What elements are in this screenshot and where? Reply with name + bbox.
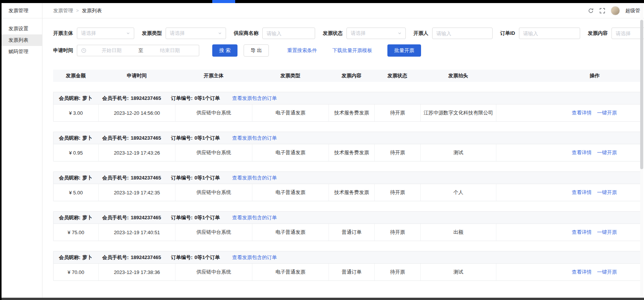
scrollbar-thumb[interactable] (640, 20, 643, 169)
cell-amount: ¥ 5.00 (54, 184, 99, 201)
cell-amount: ¥ 0.95 (54, 144, 99, 161)
filter-bar-row2: 申请时间 开始日期 至 结束日期 搜 索 导 出 重置搜索条件 下载 (53, 44, 644, 57)
filter-apply-time: 申请时间 开始日期 至 结束日期 (53, 45, 199, 56)
cell-type: 电子普通发票 (252, 224, 329, 241)
sidebar-menu-invoice-management[interactable]: 发票管理 (2, 3, 42, 18)
invoice-group: 会员昵称:萝卜 会员手机号:18924237465 订单编号:0等1个订单 查看… (53, 251, 642, 281)
view-detail-link[interactable]: 查看详情 (572, 229, 592, 236)
download-batch-template-link[interactable]: 下载批量开票模板 (332, 47, 372, 54)
chevron-down-icon (218, 31, 222, 36)
refresh-icon[interactable] (588, 8, 594, 14)
cell-status: 待开票 (375, 144, 421, 161)
view-detail-link[interactable]: 查看详情 (572, 109, 592, 116)
one-click-issue-link[interactable]: 一键开票 (597, 269, 617, 276)
window-top-strip (0, 0, 644, 3)
view-detail-link[interactable]: 查看详情 (572, 149, 592, 156)
column-header-actions: 操作 (496, 72, 642, 79)
view-detail-link[interactable]: 查看详情 (572, 189, 592, 196)
one-click-issue-link[interactable]: 一键开票 (597, 229, 617, 236)
breadcrumb-root[interactable]: 发票管理 (53, 7, 73, 14)
main-panel: 发票管理 > 发票列表 超级管 (42, 3, 644, 298)
chevron-down-icon (398, 31, 402, 36)
one-click-issue-link[interactable]: 一键开票 (597, 189, 617, 196)
cell-actions: 查看详情 一键开票 (496, 104, 641, 121)
select-placeholder: 请选择 (81, 30, 96, 37)
cell-content: 技术服务费发票 (329, 104, 375, 121)
member-phone: 会员手机号:18924237465 (102, 254, 161, 261)
column-header-amount: 发票金额 (53, 72, 98, 79)
filter-invoice-content: 发票内容 (588, 28, 644, 39)
window-bottom-strip (0, 298, 644, 300)
member-nickname: 会员昵称:萝卜 (59, 214, 92, 221)
filter-label: 供应商名称 (234, 30, 259, 37)
view-included-orders-link[interactable]: 查看发票包含的订单 (232, 214, 277, 221)
invoice-subject-select[interactable]: 请选择 (77, 28, 134, 39)
chevron-down-icon (126, 31, 130, 36)
filter-supplier-name: 供应商名称 (234, 28, 315, 39)
fullscreen-icon[interactable] (599, 8, 605, 14)
cell-title: 个人 (421, 184, 496, 201)
column-header-status: 发票状态 (374, 72, 420, 79)
topbar-actions: 超级管 (588, 6, 640, 15)
table-row: ¥ 3.00 2023-12-20 14:56:00 供应链中台系统 电子普通发… (54, 104, 641, 121)
end-date-placeholder: 结束日期 (145, 47, 195, 54)
invoice-status-select[interactable]: 请选择 (346, 28, 406, 39)
filter-issuer: 开票人 (413, 28, 493, 39)
member-nickname: 会员昵称:萝卜 (59, 254, 92, 261)
filter-label: 订单ID (500, 30, 515, 37)
filter-label: 开票人 (413, 30, 428, 37)
member-phone: 会员手机号:18924237465 (102, 174, 161, 181)
table-row: ¥ 70.00 2023-12-19 17:38:36 供应链中台系统 电子普通… (54, 264, 641, 280)
view-included-orders-link[interactable]: 查看发票包含的订单 (232, 254, 277, 261)
filter-label: 发票类型 (142, 30, 162, 37)
window-top-accent (212, 0, 235, 3)
breadcrumb-current: 发票列表 (82, 7, 102, 14)
cell-status: 待开票 (375, 184, 421, 201)
user-name[interactable]: 超级管 (625, 7, 640, 14)
one-click-issue-link[interactable]: 一键开票 (597, 149, 617, 156)
one-click-issue-link[interactable]: 一键开票 (597, 109, 617, 116)
cell-subject: 供应链中台系统 (176, 264, 252, 280)
view-included-orders-link[interactable]: 查看发票包含的订单 (232, 174, 277, 181)
column-header-time: 申请时间 (98, 72, 175, 79)
table-header: 发票金额 申请时间 开票主体 发票类型 发票内容 发票状态 发票抬头 操作 (53, 70, 642, 82)
cell-title: 测试 (421, 264, 496, 280)
avatar[interactable] (611, 6, 620, 15)
invoice-group: 会员昵称:萝卜 会员手机号:18924237465 订单编号:0等1个订单 查看… (53, 211, 642, 241)
cell-amount: ¥ 70.00 (54, 264, 99, 280)
cell-actions: 查看详情 一键开票 (496, 144, 641, 161)
batch-issue-button[interactable]: 批量开票 (387, 44, 421, 57)
member-phone: 会员手机号:18924237465 (102, 135, 161, 142)
export-button[interactable]: 导 出 (244, 44, 269, 57)
view-included-orders-link[interactable]: 查看发票包含的订单 (232, 95, 277, 102)
apply-time-range-picker[interactable]: 开始日期 至 结束日期 (77, 45, 199, 56)
filter-order-id: 订单ID (500, 28, 580, 39)
reset-filters-link[interactable]: 重置搜索条件 (287, 47, 317, 54)
cell-type: 电子普通发票 (252, 144, 329, 161)
group-header: 会员昵称:萝卜 会员手机号:18924237465 订单编号:0等1个订单 查看… (54, 212, 641, 224)
cell-content: 技术服务费发票 (329, 144, 375, 161)
vertical-scrollbar[interactable] (640, 3, 643, 298)
sidebar-item-invoice-list[interactable]: 发票列表 (2, 34, 42, 46)
order-id-input[interactable] (519, 28, 580, 39)
top-bar: 发票管理 > 发票列表 超级管 (42, 3, 644, 18)
cell-content: 普通订单 (329, 264, 375, 280)
supplier-name-input[interactable] (262, 28, 315, 39)
issuer-input[interactable] (432, 28, 493, 39)
sidebar-item-invoice-settings[interactable]: 发票设置 (2, 23, 42, 34)
view-detail-link[interactable]: 查看详情 (572, 269, 592, 276)
invoice-content-input[interactable] (611, 28, 644, 39)
app-root: 发票管理 发票设置 发票列表 赋码管理 发票管理 > 发票列表 (2, 3, 644, 298)
sidebar-item-code-management[interactable]: 赋码管理 (2, 46, 42, 57)
invoice-group: 会员昵称:萝卜 会员手机号:18924237465 订单编号:0等1个订单 查看… (53, 171, 642, 201)
invoice-type-select[interactable]: 请选择 (166, 28, 226, 39)
cell-actions: 查看详情 一键开票 (496, 184, 641, 201)
cell-status: 待开票 (375, 224, 421, 241)
search-button[interactable]: 搜 索 (212, 44, 237, 57)
group-header: 会员昵称:萝卜 会员手机号:18924237465 订单编号:0等1个订单 查看… (54, 132, 641, 144)
invoice-table: 发票金额 申请时间 开票主体 发票类型 发票内容 发票状态 发票抬头 操作 (53, 70, 642, 281)
view-included-orders-link[interactable]: 查看发票包含的订单 (232, 135, 277, 142)
cell-time: 2023-12-20 14:56:00 (99, 104, 176, 121)
column-header-title: 发票抬头 (420, 72, 496, 79)
invoice-group: 会员昵称:萝卜 会员手机号:18924237465 订单编号:0等1个订单 查看… (53, 92, 642, 122)
